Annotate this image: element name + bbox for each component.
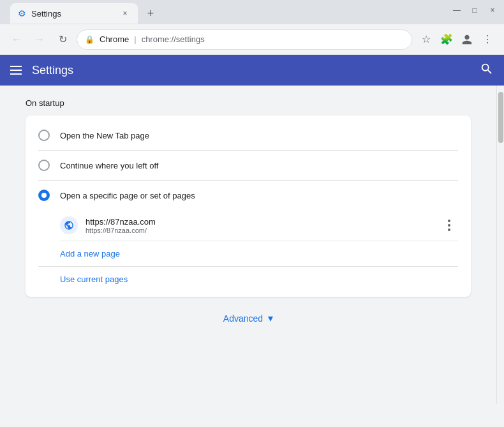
address-bar[interactable]: 🔒 Chrome | chrome://settings: [77, 29, 412, 50]
open-new-tab-label: Open the New Tab page: [60, 131, 149, 140]
on-startup-section-title: On startup: [26, 98, 471, 108]
startup-page-entry: https://87nzaa.com https://87nzaa.com/: [47, 210, 471, 241]
continue-where-left-label: Continue where you left off: [60, 161, 158, 170]
address-bar-row: ← → ↻ 🔒 Chrome | chrome://settings ☆ 🧩 ⋮: [0, 24, 504, 55]
advanced-row: Advanced ▾: [26, 302, 471, 334]
main-content: PC On startup Open the New Tab page Cont…: [0, 86, 496, 404]
tab-bar: ⚙ Settings × +: [5, 1, 447, 24]
startup-options-card: Open the New Tab page Continue where you…: [26, 116, 471, 297]
page-globe-icon: [60, 216, 78, 234]
forward-button[interactable]: →: [31, 31, 48, 49]
hamburger-menu-button[interactable]: [10, 66, 22, 75]
profile-icon[interactable]: [458, 31, 476, 49]
advanced-button[interactable]: Advanced: [223, 313, 263, 324]
more-dot-3: [448, 228, 450, 231]
settings-search-button[interactable]: [480, 62, 494, 79]
reload-button[interactable]: ↻: [54, 31, 71, 49]
radio-circle-new-tab: [38, 130, 50, 141]
more-dot-2: [448, 224, 450, 227]
hamburger-line-3: [10, 73, 22, 75]
continue-where-left-option[interactable]: Continue where you left off: [26, 151, 471, 180]
browser-brand: Chrome: [100, 34, 129, 44]
open-specific-page-option[interactable]: Open a specific page or set of pages: [26, 181, 471, 210]
settings-tab[interactable]: ⚙ Settings ×: [10, 3, 138, 24]
close-window-button[interactable]: ×: [486, 4, 499, 17]
open-new-tab-option[interactable]: Open the New Tab page: [26, 121, 471, 150]
page-url-sub: https://87nzaa.com/: [85, 227, 433, 234]
window-controls: — □ ×: [450, 4, 499, 17]
tab-title: Settings: [31, 9, 115, 19]
hamburger-line-1: [10, 66, 22, 67]
new-tab-button[interactable]: +: [142, 4, 159, 22]
radio-circle-continue: [38, 160, 50, 171]
more-dot-1: [448, 220, 450, 222]
address-url: chrome://settings: [142, 34, 205, 44]
hamburger-line-2: [10, 70, 22, 71]
scrollbar-track[interactable]: [496, 86, 504, 404]
bookmark-star-icon[interactable]: ☆: [417, 31, 435, 49]
add-new-page-button[interactable]: Add a new page: [47, 241, 471, 266]
use-current-pages-button[interactable]: Use current pages: [47, 267, 471, 292]
tab-close-button[interactable]: ×: [120, 8, 130, 19]
url-separator: |: [134, 34, 136, 44]
maximize-button[interactable]: □: [468, 4, 481, 17]
extensions-icon[interactable]: 🧩: [438, 31, 456, 49]
toolbar-icons: ☆ 🧩 ⋮: [417, 31, 496, 49]
settings-page-title: Settings: [32, 64, 73, 77]
chrome-menu-icon[interactable]: ⋮: [478, 31, 496, 49]
settings-header: Settings: [0, 55, 504, 86]
minimize-button[interactable]: —: [450, 4, 463, 17]
page-url-title: https://87nzaa.com: [85, 217, 433, 227]
radio-circle-specific: [38, 190, 50, 201]
scrollbar-thumb[interactable]: [498, 92, 503, 143]
open-specific-page-label: Open a specific page or set of pages: [60, 191, 195, 200]
page-info: https://87nzaa.com https://87nzaa.com/: [85, 217, 433, 234]
lock-icon: 🔒: [85, 35, 94, 44]
title-bar: ⚙ Settings × + — □ ×: [0, 0, 504, 24]
content-area: PC On startup Open the New Tab page Cont…: [0, 86, 504, 404]
page-more-button[interactable]: [440, 216, 458, 234]
tab-favicon: ⚙: [18, 8, 26, 19]
advanced-arrow-icon[interactable]: ▾: [268, 312, 273, 324]
back-button[interactable]: ←: [8, 31, 26, 49]
